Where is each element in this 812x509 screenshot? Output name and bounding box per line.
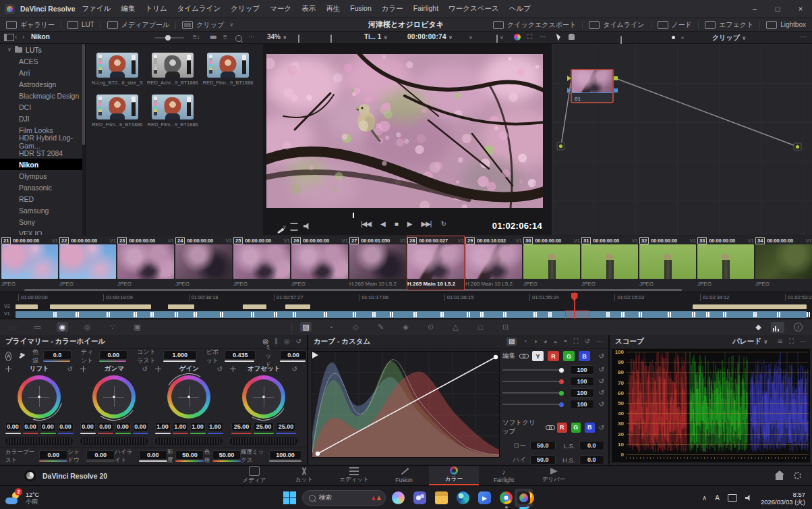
- toolbar-button-gallery[interactable]: ギャラリー: [0, 18, 61, 31]
- browser-options-icon[interactable]: ⋯: [248, 33, 255, 41]
- wheel-lift-control[interactable]: [18, 375, 61, 419]
- volume-icon[interactable]: [745, 495, 753, 501]
- sidebar-item-arri[interactable]: Arri: [0, 67, 82, 78]
- softclip-chip-r[interactable]: R: [557, 423, 567, 433]
- bottom-adjust-value-4[interactable]: 50.00: [212, 450, 241, 462]
- v2-clip-segment[interactable]: [16, 304, 38, 309]
- v2-clip-segment[interactable]: [693, 304, 807, 309]
- hue-vs-lum-icon[interactable]: ◕: [543, 338, 547, 346]
- wheels-reset-icon[interactable]: ↺: [296, 338, 301, 346]
- go-start-icon[interactable]: |◀◀: [361, 220, 371, 227]
- sidebar-item-dci[interactable]: DCI: [0, 101, 82, 113]
- start-button[interactable]: [283, 491, 296, 504]
- channel-slider[interactable]: [502, 404, 562, 405]
- menu-item-mark[interactable]: マーク: [270, 4, 291, 14]
- forward-icon[interactable]: ›: [22, 33, 24, 41]
- maximize-button[interactable]: □: [766, 1, 789, 18]
- tab-fusion[interactable]: Fusion: [379, 466, 429, 485]
- crosshair-icon[interactable]: [155, 366, 161, 372]
- curves-options-icon[interactable]: ⋯: [596, 338, 603, 346]
- channel-slider[interactable]: [502, 392, 562, 394]
- menu-item-help[interactable]: ヘルプ: [509, 4, 531, 14]
- viewer-zoom[interactable]: 34%∨: [267, 33, 287, 41]
- wheel-value[interactable]: 0.00: [133, 422, 148, 431]
- sidebar-item-vfx-io[interactable]: VFX IO: [0, 227, 82, 235]
- menu-item-playback[interactable]: 再生: [326, 4, 340, 14]
- wheel-value[interactable]: 0.00: [58, 422, 74, 431]
- toolbar-button-lut[interactable]: LUT: [61, 18, 100, 31]
- toolbar-button-lightbox[interactable]: Lightbox: [760, 18, 812, 31]
- crosshair-icon[interactable]: [80, 366, 86, 372]
- clip-23[interactable]: 2300:00:00:00V1JPEG: [117, 236, 174, 290]
- lut-thumb[interactable]: [152, 53, 194, 78]
- sidebar-root-luts[interactable]: ∨LUTs: [0, 44, 82, 55]
- channel-reset-icon[interactable]: ↺: [599, 400, 604, 408]
- channel-reset-icon[interactable]: ↺: [599, 389, 604, 396]
- minimize-button[interactable]: –: [743, 1, 766, 18]
- sort-icon[interactable]: ≡↓: [193, 33, 200, 41]
- panel-toggle-icon[interactable]: [4, 34, 14, 41]
- qualifier-icon[interactable]: ◇: [350, 322, 361, 332]
- video-track-1[interactable]: [16, 311, 807, 318]
- tab-media[interactable]: メディア: [229, 466, 279, 485]
- menu-item-timeline[interactable]: タイムライン: [177, 4, 221, 14]
- softclip-field-value[interactable]: 0.0: [579, 455, 604, 464]
- grid-view-icon[interactable]: ■■: [210, 33, 215, 41]
- node-page-dot-2[interactable]: [681, 36, 684, 39]
- bottom-adjust-value-1[interactable]: 0.00: [86, 450, 115, 462]
- taskbar-app-davinci[interactable]: [517, 491, 530, 504]
- wheel-value[interactable]: 25.00: [276, 422, 296, 431]
- wheel-dial[interactable]: [155, 437, 223, 445]
- viewer-clip-timecode[interactable]: 00:00:00:74∨: [407, 33, 453, 41]
- menu-item-color[interactable]: カラー: [382, 4, 403, 14]
- channel-chip-g[interactable]: G: [563, 351, 575, 361]
- search-icon[interactable]: [235, 35, 242, 42]
- color-viewer-icon[interactable]: [514, 34, 521, 41]
- bottom-adjust-value-0[interactable]: 0.00: [39, 450, 67, 462]
- taskbar-app-mediaplayer[interactable]: ▶: [478, 491, 491, 504]
- bottom-adjust-value-3[interactable]: 50.00: [175, 450, 204, 462]
- node-key-input-port[interactable]: [567, 88, 571, 93]
- clip-32[interactable]: 3200:00:00:00V1JPEG: [639, 236, 696, 290]
- node-rgb-input-port[interactable]: [567, 76, 571, 81]
- softclip-field-value[interactable]: 50.0: [530, 441, 555, 450]
- taskbar-app-teams[interactable]: [413, 491, 426, 504]
- info-icon[interactable]: i: [794, 323, 803, 331]
- wheel-value[interactable]: 0.00: [23, 422, 38, 431]
- softclip-link-icon[interactable]: [546, 425, 553, 431]
- window-icon[interactable]: ✎: [375, 322, 386, 332]
- back-icon[interactable]: ‹: [15, 33, 17, 41]
- toolbar-button-nodes[interactable]: ノード: [651, 18, 698, 31]
- wheel-value[interactable]: 1.00: [208, 422, 223, 431]
- expand-viewer-icon[interactable]: ⛶: [527, 33, 532, 41]
- list-view-icon[interactable]: ≡: [223, 33, 227, 41]
- channel-chip-y[interactable]: Y: [532, 351, 544, 361]
- sidebar-item-samsung[interactable]: Samsung: [0, 205, 82, 216]
- channel-value[interactable]: 100: [570, 400, 594, 409]
- taskbar-app-edge[interactable]: [457, 491, 469, 504]
- toolbar-button-quick-export[interactable]: クイックエクスポート: [487, 18, 582, 31]
- menu-item-trim[interactable]: トリム: [146, 4, 167, 14]
- tab-color[interactable]: カラー: [429, 466, 479, 485]
- sidebar-item-dji[interactable]: DJI: [0, 113, 82, 124]
- edit-reset-icon[interactable]: ↺: [599, 352, 604, 360]
- menu-item-file[interactable]: ファイル: [82, 4, 111, 14]
- node-mode-selector[interactable]: クリップ∨: [712, 33, 746, 43]
- bottom-adjust-value-5[interactable]: 100.00: [269, 450, 301, 462]
- search-box[interactable]: 検索: [302, 490, 386, 506]
- wheel-reset-icon[interactable]: ↺: [142, 365, 148, 373]
- magic-mask-icon[interactable]: ∵: [107, 322, 118, 332]
- toolbar-button-clip-mode[interactable]: クリップ∨: [176, 18, 239, 31]
- menu-item-edit[interactable]: 編集: [121, 4, 136, 14]
- softclip-reset-icon[interactable]: ↺: [599, 424, 604, 431]
- clip-34[interactable]: 3400:00:00:00V1JPEG: [755, 236, 812, 290]
- node-rgb-output-port[interactable]: [614, 76, 618, 80]
- cast-icon[interactable]: [728, 494, 737, 502]
- ime-indicator[interactable]: A: [715, 494, 720, 502]
- wipe-modes-icon[interactable]: [290, 223, 298, 231]
- lut-thumb[interactable]: [207, 53, 249, 78]
- clip-info-icon[interactable]: [496, 34, 498, 43]
- video-track-2[interactable]: [0, 304, 812, 310]
- wheel-dial[interactable]: [80, 437, 148, 445]
- wheel-value[interactable]: 25.00: [231, 422, 252, 431]
